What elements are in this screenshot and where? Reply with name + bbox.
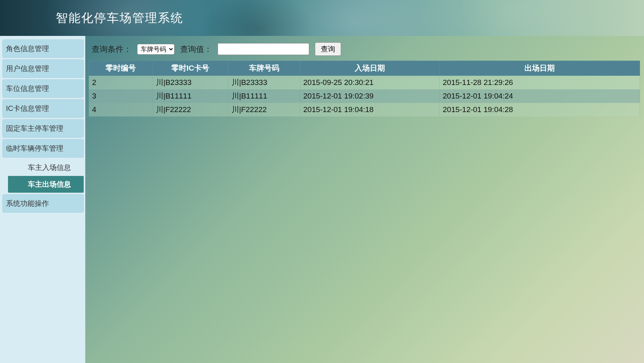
sidebar-item-system-functions[interactable]: 系统功能操作	[2, 194, 84, 213]
sidebar-subitem-entry-info[interactable]: 车主入场信息	[8, 159, 84, 176]
cell-plate: 川|B11111	[228, 89, 300, 103]
table-header-row: 零时编号 零时IC卡号 车牌号码 入场日期 出场日期	[89, 61, 640, 76]
sidebar-subitem-exit-info[interactable]: 车主出场信息	[8, 176, 84, 193]
cell-id: 3	[89, 89, 153, 103]
cell-out-time: 2015-12-01 19:04:28	[440, 103, 640, 116]
table-header-id: 零时编号	[89, 61, 153, 76]
sidebar: 角色信息管理 用户信息管理 车位信息管理 IC卡信息管理 固定车主停车管理 临时…	[0, 36, 85, 363]
sidebar-item-label: 系统功能操作	[6, 199, 49, 207]
sidebar-item-label: IC卡信息管理	[6, 105, 49, 112]
cell-plate: 川|F22222	[228, 103, 300, 116]
cell-plate: 川|B23333	[228, 76, 300, 90]
cell-ic: 川|B11111	[153, 89, 228, 103]
data-table: 零时编号 零时IC卡号 车牌号码 入场日期 出场日期 2 川|B23333 川|…	[88, 61, 640, 116]
query-value-input[interactable]	[218, 43, 309, 55]
cell-in-time: 2015-12-01 19:02:39	[300, 89, 440, 103]
cell-id: 4	[89, 103, 153, 116]
sidebar-item-fixed-owner-parking[interactable]: 固定车主停车管理	[2, 119, 84, 138]
table-row[interactable]: 4 川|F22222 川|F22222 2015-12-01 19:04:18 …	[89, 103, 640, 116]
content-area: 查询条件： 车牌号码 查询值： 查询 零时编号 零时IC卡号 车牌号码 入场日期…	[85, 36, 644, 363]
cell-id: 2	[89, 76, 153, 90]
query-button[interactable]: 查询	[315, 42, 341, 56]
cell-in-time: 2015-09-25 20:30:21	[300, 76, 440, 90]
sidebar-item-label: 车主入场信息	[28, 164, 71, 172]
table-header-plate: 车牌号码	[228, 61, 300, 76]
table-header-entry-date: 入场日期	[300, 61, 440, 76]
query-value-label: 查询值：	[180, 44, 212, 55]
sidebar-item-label: 用户信息管理	[6, 65, 49, 73]
table-row[interactable]: 3 川|B11111 川|B11111 2015-12-01 19:02:39 …	[89, 89, 640, 103]
query-condition-select[interactable]: 车牌号码	[137, 44, 175, 55]
sidebar-item-label: 车位信息管理	[6, 85, 49, 93]
cell-ic: 川|B23333	[153, 76, 228, 90]
app-header: 智能化停车场管理系统	[0, 0, 644, 36]
main-container: 角色信息管理 用户信息管理 车位信息管理 IC卡信息管理 固定车主停车管理 临时…	[0, 36, 644, 363]
sidebar-item-user-management[interactable]: 用户信息管理	[2, 59, 84, 78]
sidebar-item-label: 车主出场信息	[28, 180, 71, 188]
sidebar-item-ic-card-management[interactable]: IC卡信息管理	[2, 99, 84, 118]
sidebar-item-parking-space-management[interactable]: 车位信息管理	[2, 79, 84, 98]
table-header-ic: 零时IC卡号	[153, 61, 228, 76]
cell-out-time: 2015-11-28 21:29:26	[440, 76, 640, 90]
sidebar-item-label: 临时车辆停车管理	[6, 144, 63, 152]
app-title: 智能化停车场管理系统	[56, 10, 183, 26]
query-bar: 查询条件： 车牌号码 查询值： 查询	[88, 41, 644, 61]
sidebar-item-label: 角色信息管理	[6, 45, 49, 53]
sidebar-item-temporary-parking[interactable]: 临时车辆停车管理	[2, 139, 84, 158]
table-row[interactable]: 2 川|B23333 川|B23333 2015-09-25 20:30:21 …	[89, 76, 640, 90]
sidebar-item-role-management[interactable]: 角色信息管理	[2, 39, 84, 58]
cell-out-time: 2015-12-01 19:04:24	[440, 89, 640, 103]
cell-ic: 川|F22222	[153, 103, 228, 116]
sidebar-item-label: 固定车主停车管理	[6, 124, 63, 132]
query-condition-label: 查询条件：	[92, 44, 132, 55]
cell-in-time: 2015-12-01 19:04:18	[300, 103, 440, 116]
table-header-exit-date: 出场日期	[440, 61, 640, 76]
